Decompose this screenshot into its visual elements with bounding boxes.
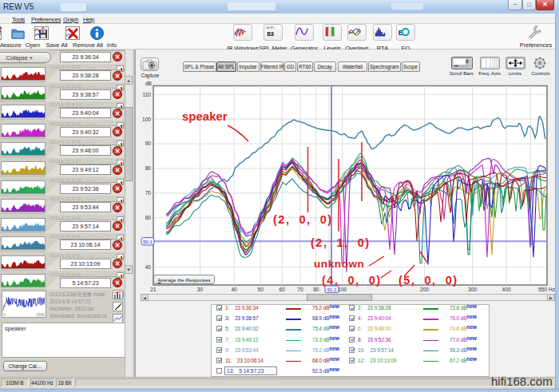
- svg-text:91.1: 91.1: [327, 287, 337, 292]
- svg-text:100: 100: [142, 117, 151, 122]
- svg-text:550 Hz: 550 Hz: [538, 287, 555, 292]
- svg-text:30: 30: [197, 287, 204, 292]
- svg-text:50.1: 50.1: [143, 240, 153, 244]
- svg-text:80: 80: [145, 165, 152, 171]
- svg-text:(2, 0, 0): (2, 0, 0): [273, 213, 333, 226]
- svg-text:dB: dB: [145, 81, 153, 86]
- svg-text:40: 40: [231, 287, 237, 292]
- svg-text:40: 40: [145, 264, 152, 270]
- svg-text:unknown: unknown: [314, 258, 364, 270]
- svg-text:90: 90: [145, 141, 152, 146]
- svg-text:100: 100: [338, 287, 347, 292]
- svg-text:70: 70: [297, 287, 303, 292]
- svg-text:(4, 0, 0): (4, 0, 0): [322, 274, 382, 287]
- svg-text:21: 21: [150, 287, 157, 292]
- svg-text:60: 60: [145, 215, 152, 220]
- svg-text:60: 60: [280, 287, 286, 292]
- svg-text:80: 80: [313, 287, 319, 292]
- svg-text:50: 50: [258, 287, 264, 292]
- svg-text:110: 110: [142, 92, 151, 97]
- svg-text:speaker: speaker: [182, 109, 228, 123]
- svg-text:300: 300: [468, 287, 477, 292]
- svg-text:(5, 0, 0): (5, 0, 0): [398, 274, 458, 287]
- svg-text:70: 70: [145, 190, 152, 196]
- svg-text:(2, 1, 0): (2, 1, 0): [311, 236, 371, 249]
- svg-text:400: 400: [502, 287, 511, 292]
- svg-text:200: 200: [420, 287, 429, 292]
